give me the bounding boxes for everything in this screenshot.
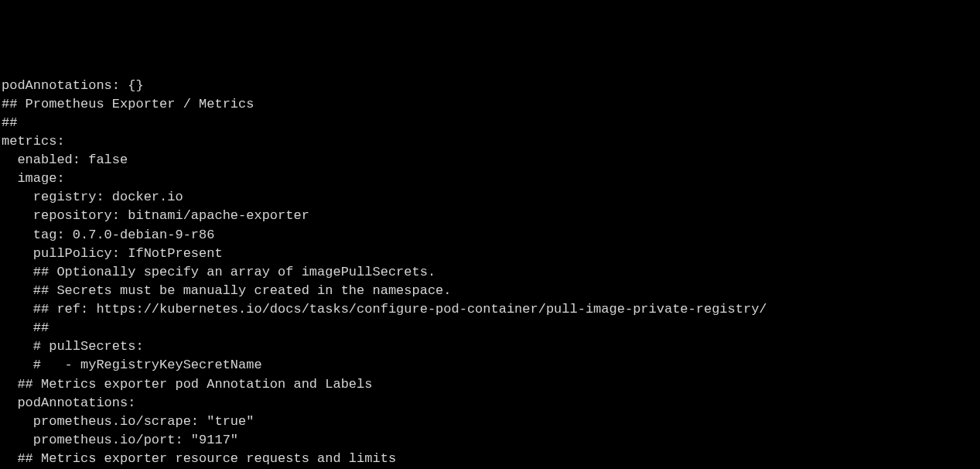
code-line: # pullSecrets:: [0, 337, 980, 356]
code-line: ##: [0, 319, 980, 337]
terminal-output[interactable]: podAnnotations: {}## Prometheus Exporter…: [0, 77, 980, 470]
code-line: registry: docker.io: [0, 188, 980, 207]
code-line: ## Metrics exporter resource requests an…: [0, 450, 980, 468]
code-line: ## Secrets must be manually created in t…: [0, 282, 980, 300]
code-line: repository: bitnami/apache-exporter: [0, 207, 980, 225]
code-line: ##: [0, 114, 980, 132]
code-line: podAnnotations:: [0, 394, 980, 413]
code-line: # - myRegistryKeySecretName: [0, 356, 980, 375]
code-line: pullPolicy: IfNotPresent: [0, 245, 980, 263]
code-line: ## Prometheus Exporter / Metrics: [0, 95, 980, 114]
code-line: tag: 0.7.0-debian-9-r86: [0, 226, 980, 245]
code-line: image:: [0, 169, 980, 188]
code-line: prometheus.io/scrape: "true": [0, 413, 980, 431]
code-line: metrics:: [0, 132, 980, 151]
code-line: enabled: false: [0, 151, 980, 169]
code-line: ## Optionally specify an array of imageP…: [0, 263, 980, 282]
code-line: podAnnotations: {}: [0, 77, 980, 95]
code-line: ## Metrics exporter pod Annotation and L…: [0, 375, 980, 394]
code-line: prometheus.io/port: "9117": [0, 431, 980, 450]
code-line: ## ref: https://kubernetes.io/docs/tasks…: [0, 300, 980, 319]
